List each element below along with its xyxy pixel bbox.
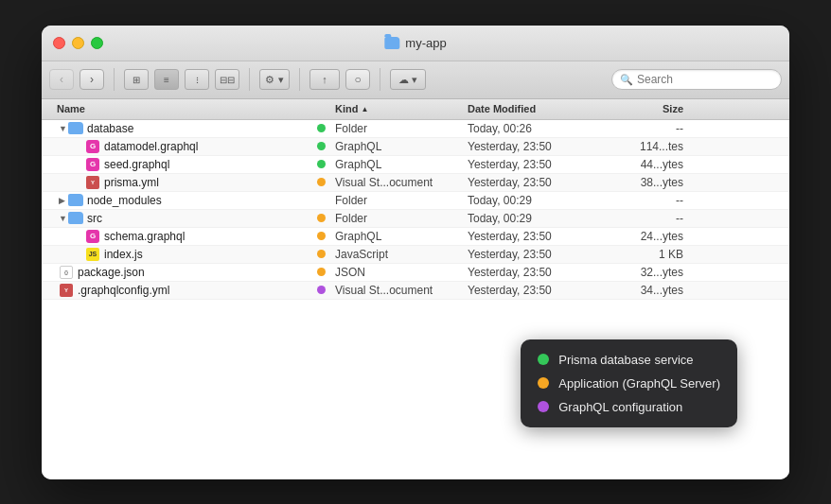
maximize-button[interactable] (91, 37, 103, 49)
folder-icon (68, 122, 83, 134)
file-name-cell: Gseed.graphql (42, 158, 307, 171)
status-dot (317, 232, 326, 240)
search-input[interactable] (637, 73, 773, 86)
arrange-button[interactable]: ⚙ ▾ (259, 69, 290, 90)
traffic-lights (53, 37, 103, 49)
modified-cell: Yesterday, 23:50 (468, 284, 619, 297)
list-item[interactable]: ▶node_modulesFolderToday, 00:29-- (42, 192, 789, 210)
size-cell: 1 KB (619, 248, 695, 261)
kind-cell: GraphQL (335, 140, 468, 153)
modified-cell: Yesterday, 23:50 (468, 248, 619, 261)
folder-icon (68, 212, 83, 224)
size-cell: 34...ytes (619, 284, 695, 297)
file-name-cell: Y.graphqlconfig.yml (42, 284, 307, 297)
toolbar-separator-3 (299, 68, 300, 91)
status-dot (317, 286, 326, 294)
dropbox-button[interactable]: ☁ ▾ (390, 69, 426, 90)
legend-item: Application (GraphQL Server) (538, 376, 720, 391)
list-item[interactable]: Y.graphqlconfig.ymlVisual St...ocumentYe… (42, 282, 789, 300)
status-dot-cell (307, 268, 335, 276)
toolbar-separator-2 (249, 68, 250, 91)
col-header-size[interactable]: Size (619, 103, 695, 114)
tags-button[interactable]: ○ (345, 69, 370, 90)
kind-cell: Visual St...ocument (335, 176, 468, 189)
col-header-kind[interactable]: Kind ▲ (335, 103, 468, 114)
status-dot-cell (307, 178, 335, 186)
file-name-text: prisma.yml (104, 176, 159, 189)
expand-triangle-icon[interactable]: ▼ (59, 214, 68, 223)
file-name-cell: ▶node_modules (42, 194, 307, 207)
icon-view-button[interactable]: ⊞ (124, 69, 149, 90)
size-cell: 24...ytes (619, 230, 695, 243)
modified-cell: Yesterday, 23:50 (468, 176, 619, 189)
kind-cell: Folder (335, 212, 468, 225)
toolbar-separator-4 (380, 68, 380, 91)
col-header-name[interactable]: Name (42, 103, 307, 114)
yaml-file-icon: Y (60, 284, 73, 297)
size-cell: -- (619, 212, 695, 225)
column-view-button[interactable]: ⫶ (185, 69, 209, 90)
status-dot (317, 178, 326, 186)
legend-item: Prisma database service (538, 353, 720, 367)
legend-dot (538, 354, 549, 365)
file-name-text: index.js (104, 248, 143, 261)
list-item[interactable]: {}package.jsonJSONYesterday, 23:5032...y… (42, 264, 789, 282)
list-item[interactable]: Gdatamodel.graphqlGraphQLYesterday, 23:5… (42, 138, 789, 156)
graphql-file-icon: G (86, 158, 99, 171)
size-cell: -- (619, 122, 695, 135)
minimize-button[interactable] (72, 37, 84, 49)
modified-cell: Yesterday, 23:50 (468, 230, 619, 243)
modified-cell: Today, 00:29 (468, 212, 619, 225)
list-item[interactable]: ▼databaseFolderToday, 00:26-- (42, 120, 789, 138)
close-button[interactable] (53, 37, 65, 49)
expand-triangle-icon[interactable]: ▼ (59, 124, 68, 133)
status-dot (317, 268, 326, 276)
legend-dot (538, 401, 549, 412)
kind-cell: GraphQL (335, 158, 468, 171)
status-dot-cell (307, 214, 335, 222)
titlebar: my-app (42, 26, 789, 61)
kind-cell: GraphQL (335, 230, 468, 243)
size-cell: -- (619, 194, 695, 207)
legend-tooltip: Prisma database serviceApplication (Grap… (521, 339, 737, 427)
forward-button[interactable]: › (80, 69, 104, 90)
list-item[interactable]: JSindex.jsJavaScriptYesterday, 23:501 KB (42, 246, 789, 264)
file-name-cell: Gschema.graphql (42, 230, 307, 243)
search-icon: 🔍 (620, 74, 633, 86)
folder-icon (68, 194, 83, 206)
file-list: ▼databaseFolderToday, 00:26--Gdatamodel.… (42, 120, 789, 300)
size-cell: 44...ytes (619, 158, 695, 171)
graphql-file-icon: G (86, 230, 99, 243)
modified-cell: Today, 00:29 (468, 194, 619, 207)
list-item[interactable]: Yprisma.ymlVisual St...ocumentYesterday,… (42, 174, 789, 192)
file-name-text: seed.graphql (104, 158, 169, 171)
search-box[interactable]: 🔍 (611, 69, 782, 90)
back-button[interactable]: ‹ (49, 69, 74, 90)
list-item[interactable]: Gschema.graphqlGraphQLYesterday, 23:5024… (42, 228, 789, 246)
status-dot-cell (307, 124, 335, 132)
col-header-modified[interactable]: Date Modified (468, 103, 619, 114)
share-button[interactable]: ↑ (309, 69, 340, 90)
status-dot-cell (307, 142, 335, 150)
size-cell: 38...ytes (619, 176, 695, 189)
gallery-view-button[interactable]: ⊟⊟ (215, 69, 239, 90)
status-dot-cell (307, 286, 335, 294)
list-item[interactable]: ▼srcFolderToday, 00:29-- (42, 210, 789, 228)
window-title: my-app (384, 36, 446, 50)
status-dot (317, 214, 326, 222)
kind-cell: JSON (335, 266, 468, 279)
status-dot-cell (307, 232, 335, 240)
file-name-text: src (87, 212, 102, 225)
modified-cell: Yesterday, 23:50 (468, 158, 619, 171)
expand-triangle-icon[interactable]: ▶ (59, 196, 68, 205)
file-name-cell: ▼database (42, 122, 307, 135)
yaml-file-icon: Y (86, 176, 99, 189)
size-cell: 32...ytes (619, 266, 695, 279)
file-name-cell: Yprisma.yml (42, 176, 307, 189)
file-name-cell: {}package.json (42, 266, 307, 279)
list-view-button[interactable]: ≡ (154, 69, 179, 90)
file-name-text: schema.graphql (104, 230, 185, 243)
kind-cell: Folder (335, 194, 468, 207)
list-item[interactable]: Gseed.graphqlGraphQLYesterday, 23:5044..… (42, 156, 789, 174)
modified-cell: Yesterday, 23:50 (468, 266, 619, 279)
